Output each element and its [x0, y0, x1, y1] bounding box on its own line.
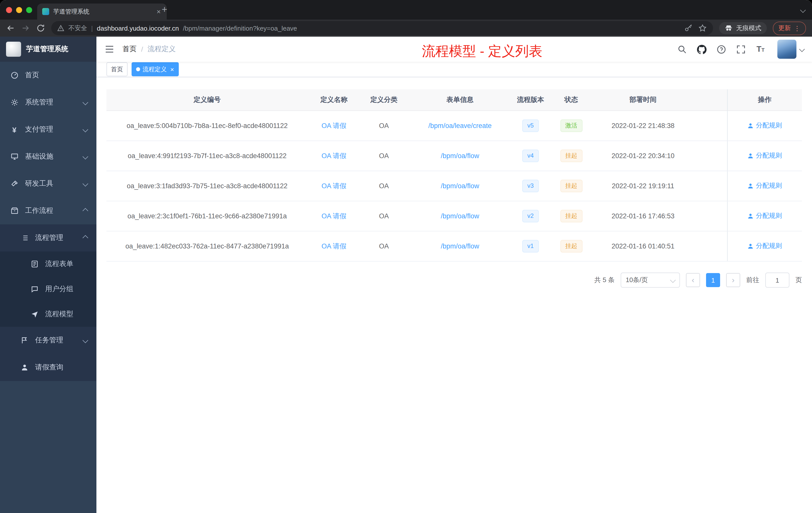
form-info-link[interactable]: /bpm/oa/flow — [441, 212, 479, 220]
deploy-time: 2022-01-22 21:48:38 — [612, 122, 675, 129]
user-avatar[interactable] — [777, 40, 796, 59]
table-row: oa_leave:5:004b710b-7b8a-11ec-8ef0-acde4… — [107, 111, 802, 141]
form-info-link[interactable]: /bpm/oa/flow — [441, 182, 479, 190]
next-page-button[interactable]: › — [726, 273, 740, 287]
form-info-link[interactable]: /bpm/oa/flow — [441, 242, 479, 250]
assign-rule-link[interactable]: 分配规则 — [748, 181, 782, 190]
definition-table: 定义编号定义名称定义分类表单信息流程版本状态部署时间操作oa_leave:5:0… — [107, 89, 802, 262]
definition-name-link[interactable]: OA 请假 — [321, 122, 346, 129]
password-key-icon[interactable] — [684, 24, 693, 33]
github-icon[interactable] — [697, 44, 706, 54]
version-badge: v3 — [522, 180, 539, 192]
form-info-link[interactable]: /bpm/oa/leave/create — [428, 122, 492, 129]
deploy-time: 2022-01-22 20:34:10 — [612, 152, 675, 160]
tab-close-icon[interactable]: × — [156, 8, 162, 15]
bookmark-star-icon[interactable] — [698, 24, 707, 33]
font-size-icon[interactable]: TT — [756, 44, 765, 54]
sidebar-item-list[interactable]: 流程管理 — [0, 224, 96, 251]
sidebar-item-archive[interactable]: 工作流程 — [0, 197, 96, 224]
assign-rule-link[interactable]: 分配规则 — [748, 242, 782, 251]
browser-tab[interactable]: 芋道管理系统 × — [37, 3, 167, 20]
sidebar-item-yen[interactable]: ¥支付管理 — [0, 116, 96, 143]
definition-category: OA — [379, 182, 389, 190]
version-badge: v2 — [522, 210, 539, 222]
breadcrumb-home[interactable]: 首页 — [122, 45, 137, 54]
sidebar-item-gear[interactable]: 系统管理 — [0, 89, 96, 116]
dashboard-icon — [10, 71, 19, 80]
window-zoom-button[interactable] — [26, 7, 32, 13]
sidebar-item-send[interactable]: 流程模型 — [0, 302, 96, 327]
assign-rule-label: 分配规则 — [756, 242, 782, 251]
user-menu[interactable] — [777, 40, 804, 59]
fullscreen-icon[interactable] — [736, 44, 746, 54]
chevron-up-icon — [83, 235, 88, 241]
column-header: 定义名称 — [308, 89, 360, 111]
sidebar-item-dashboard[interactable]: 首页 — [0, 62, 96, 89]
sidebar-item-label: 支付管理 — [25, 125, 53, 134]
pagination: 共 5 条 10条/页 ‹ 1 › 前往 页 — [107, 273, 802, 288]
tag-close-icon[interactable]: × — [170, 66, 174, 72]
chevron-down-icon — [83, 338, 88, 343]
app-title: 芋道管理系统 — [26, 45, 68, 54]
update-label: 更新 — [778, 24, 791, 32]
goto-page-input[interactable] — [765, 273, 789, 288]
definition-category: OA — [379, 212, 389, 220]
page-size-select[interactable]: 10条/页 — [621, 273, 680, 288]
definition-name-link[interactable]: OA 请假 — [321, 242, 346, 250]
form-info-link[interactable]: /bpm/oa/flow — [441, 152, 479, 160]
deploy-time: 2022-01-16 01:40:51 — [612, 242, 675, 250]
assign-rule-link[interactable]: 分配规则 — [748, 212, 782, 221]
definition-name-link[interactable]: OA 请假 — [321, 152, 346, 159]
new-tab-button[interactable]: + — [162, 4, 167, 14]
prev-page-button[interactable]: ‹ — [686, 273, 700, 287]
tool-icon — [10, 179, 19, 188]
active-dot-icon — [136, 67, 140, 71]
search-icon[interactable] — [677, 44, 687, 54]
user-icon — [748, 183, 754, 189]
sidebar-item-chat[interactable]: 用户分组 — [0, 277, 96, 302]
reload-icon[interactable] — [36, 24, 45, 33]
top-navbar: 首页 / 流程定义 流程模型 - 定义列表 — [96, 37, 812, 62]
status-badge: 挂起 — [560, 180, 582, 192]
definition-category: OA — [379, 122, 389, 129]
forward-icon[interactable] — [21, 24, 30, 33]
browser-update-button[interactable]: 更新 ⋮ — [773, 21, 806, 35]
address-bar[interactable]: 不安全 | dashboard.yudao.iocoder.cn /bpm/ma… — [51, 21, 713, 35]
flag-icon — [20, 336, 29, 344]
help-icon[interactable] — [717, 44, 726, 54]
kebab-menu-icon[interactable]: ⋮ — [794, 24, 801, 32]
user-icon — [20, 363, 29, 372]
definition-name-link[interactable]: OA 请假 — [321, 212, 346, 220]
breadcrumb-separator: / — [141, 45, 143, 53]
tag-process-definition[interactable]: 流程定义 × — [132, 62, 178, 76]
assign-rule-label: 分配规则 — [756, 151, 782, 160]
chevron-down-icon — [83, 127, 88, 132]
version-badge: v5 — [522, 119, 539, 132]
sidebar-menu: 首页系统管理¥支付管理基础设施研发工具工作流程流程管理流程表单用户分组流程模型任… — [0, 62, 96, 513]
window-minimize-button[interactable] — [16, 7, 22, 13]
hamburger-icon[interactable] — [105, 44, 115, 54]
user-icon — [748, 153, 754, 159]
assign-rule-link[interactable]: 分配规则 — [748, 121, 782, 130]
browser-tab-strip: 芋道管理系统 × + — [0, 0, 812, 20]
tab-search-icon[interactable] — [800, 7, 806, 13]
chevron-down-icon — [83, 100, 88, 105]
definition-category: OA — [379, 242, 389, 250]
back-icon[interactable] — [6, 24, 15, 33]
sidebar-item-monitor[interactable]: 基础设施 — [0, 143, 96, 170]
sidebar-item-tool[interactable]: 研发工具 — [0, 170, 96, 197]
tag-home[interactable]: 首页 — [107, 62, 127, 76]
definition-id: oa_leave:5:004b710b-7b8a-11ec-8ef0-acde4… — [126, 122, 288, 129]
sidebar-logo[interactable]: 芋道管理系统 — [0, 37, 96, 62]
sidebar-item-form[interactable]: 流程表单 — [0, 251, 96, 277]
page-1-button[interactable]: 1 — [706, 273, 720, 287]
sidebar-item-flag[interactable]: 任务管理 — [0, 327, 96, 354]
column-header: 部署时间 — [593, 89, 693, 111]
navbar-actions: TT — [677, 40, 804, 59]
assign-rule-link[interactable]: 分配规则 — [748, 151, 782, 160]
site-favicon-icon — [42, 8, 49, 15]
definition-name-link[interactable]: OA 请假 — [321, 182, 346, 189]
sidebar-item-user[interactable]: 请假查询 — [0, 354, 96, 381]
column-header: 状态 — [549, 89, 593, 111]
window-close-button[interactable] — [6, 7, 12, 13]
